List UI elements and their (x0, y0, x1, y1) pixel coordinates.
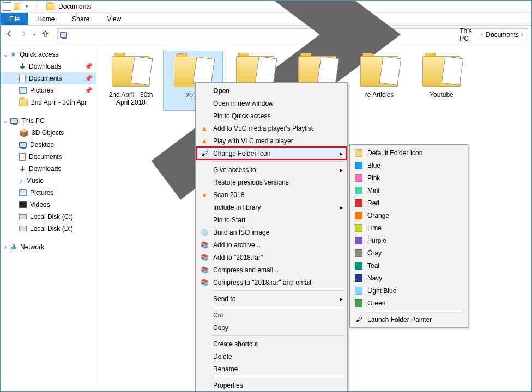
pin-icon: 📌 (84, 75, 93, 82)
tab-file[interactable]: File (1, 13, 28, 25)
item-label: Music (26, 177, 43, 185)
folder-icon (360, 56, 398, 87)
ctx-vlc-play[interactable]: ▲Play with VLC media player (197, 134, 346, 147)
up-button[interactable] (41, 29, 50, 40)
color-option[interactable]: Pink (351, 171, 467, 184)
nav-pc-item[interactable]: Pictures (1, 187, 96, 199)
color-swatch-icon (354, 261, 363, 270)
item-icon: ♪ (19, 176, 23, 185)
color-swatch-icon (354, 236, 363, 245)
item-icon (19, 189, 27, 196)
new-folder-icon[interactable] (13, 2, 21, 11)
nav-quick-access[interactable]: ⌄ ★ Quick access (1, 48, 96, 60)
item-icon (19, 153, 26, 161)
launch-folder-painter[interactable]: 🖌Launch Folder Painter (351, 313, 467, 326)
item-icon (19, 63, 26, 70)
ctx-compress-email[interactable]: 📚Compress and email... (197, 264, 346, 276)
ctx-open-new-window[interactable]: Open in new window (197, 97, 346, 109)
chevron-right-icon: ▸ (340, 166, 343, 174)
ctx-include-library[interactable]: Include in library▸ (197, 201, 346, 213)
ctx-add-archive[interactable]: 📚Add to archive... (197, 238, 346, 251)
monitor-icon (10, 118, 18, 124)
folder-item[interactable]: Youtube (412, 51, 471, 111)
item-icon (19, 201, 27, 208)
separator (212, 335, 345, 336)
color-option[interactable]: Navy (351, 272, 467, 284)
breadcrumb[interactable]: This PC Documents (57, 28, 527, 41)
nav-quick-item[interactable]: Documents📌 (1, 72, 96, 84)
color-option[interactable]: Light Blue (351, 284, 467, 297)
nav-quick-item[interactable]: 2nd April - 30th Apr (1, 96, 96, 108)
ctx-rename[interactable]: Rename (197, 363, 346, 375)
ctx-restore-previous[interactable]: Restore previous versions (197, 176, 346, 188)
nav-pc-item[interactable]: Documents (1, 151, 96, 163)
item-label: Local Disk (C:) (30, 213, 73, 220)
color-label: Mint (367, 187, 380, 194)
ctx-pin-quick-access[interactable]: Pin to Quick access (197, 109, 346, 122)
color-option[interactable]: Gray (351, 247, 467, 259)
ctx-vlc-add-playlist[interactable]: ▲Add to VLC media player's Playlist (197, 122, 346, 134)
crumb-documents[interactable]: Documents (486, 31, 524, 39)
nav-this-pc[interactable]: ⌄ This PC (1, 115, 96, 127)
nav-quick-item[interactable]: Downloads📌 (1, 60, 96, 72)
launch-label: Launch Folder Painter (367, 316, 432, 323)
color-label: Gray (367, 249, 382, 257)
crumb-this-pc[interactable]: This PC (460, 27, 483, 42)
nav-network[interactable]: › 🖧 Network (1, 241, 96, 253)
folder-item[interactable]: 2nd April - 30th April 2018 (101, 51, 161, 111)
color-option[interactable]: Teal (351, 259, 467, 272)
back-button[interactable] (5, 29, 14, 40)
color-option[interactable]: Green (351, 297, 467, 309)
qat-dropdown-icon[interactable]: ▾ (22, 2, 31, 11)
nav-quick-item[interactable]: Pictures📌 (1, 84, 96, 96)
ctx-cut[interactable]: Cut (197, 309, 346, 321)
color-label: Lime (367, 224, 382, 232)
ctx-pin-start[interactable]: Pin to Start (197, 213, 346, 226)
color-label: Pink (367, 174, 380, 182)
forward-button[interactable] (19, 29, 28, 40)
color-option[interactable]: Default Folder Icon (351, 146, 467, 159)
color-option[interactable]: Purple (351, 234, 467, 247)
nav-pc-item[interactable]: Videos (1, 199, 96, 211)
folder-label: Youtube (430, 91, 454, 99)
item-icon (19, 99, 28, 106)
nav-pc-item[interactable]: Downloads (1, 163, 96, 175)
color-label: Green (367, 299, 385, 307)
ctx-change-folder-icon[interactable]: 🖌Change Folder Icon▸ (197, 147, 346, 160)
item-label: Downloads (29, 165, 61, 173)
ctx-copy[interactable]: Copy (197, 321, 346, 334)
ctx-open[interactable]: Open (197, 84, 346, 97)
color-swatch-icon (354, 211, 363, 220)
nav-pc-item[interactable]: 📦3D Objects (1, 127, 96, 139)
nav-pc-item[interactable]: Desktop (1, 139, 96, 151)
address-bar: ▾ This PC Documents (1, 26, 531, 44)
color-option[interactable]: Orange (351, 209, 467, 222)
ctx-create-shortcut[interactable]: Create shortcut (197, 338, 346, 350)
ctx-delete[interactable]: Delete (197, 350, 346, 363)
item-label: Documents (29, 153, 62, 161)
color-option[interactable]: Red (351, 197, 467, 209)
ctx-compress-rar-email[interactable]: 📚Compress to "2018.rar" and email (197, 276, 346, 289)
item-label: 3D Objects (32, 129, 64, 137)
ctx-properties[interactable]: Properties (197, 379, 346, 391)
ctx-send-to[interactable]: Send to▸ (197, 292, 346, 305)
color-option[interactable]: Lime (351, 222, 467, 234)
tab-home[interactable]: Home (28, 13, 63, 25)
nav-pc-item[interactable]: Local Disk (D:) (1, 223, 96, 235)
ctx-build-iso[interactable]: 💿Build an ISO image (197, 226, 346, 238)
folder-item[interactable]: re Articles (349, 51, 409, 111)
nav-pc-item[interactable]: Local Disk (C:) (1, 211, 96, 223)
pin-icon: 📌 (84, 87, 93, 94)
navigation-pane: ⌄ ★ Quick access Downloads📌Documents📌Pic… (1, 44, 96, 391)
nav-pc-item[interactable]: ♪Music (1, 175, 96, 187)
separator (212, 290, 345, 291)
ctx-scan[interactable]: ●Scan 2018 (197, 188, 346, 201)
color-option[interactable]: Blue (351, 159, 467, 171)
ctx-add-rar[interactable]: 📚Add to "2018.rar" (197, 251, 346, 264)
item-icon: 📦 (19, 128, 28, 137)
properties-icon[interactable] (3, 2, 11, 11)
color-option[interactable]: Mint (351, 184, 467, 197)
ctx-give-access-to[interactable]: Give access to▸ (197, 163, 346, 176)
recent-dropdown[interactable]: ▾ (33, 32, 35, 37)
network-icon: 🖧 (10, 243, 17, 251)
